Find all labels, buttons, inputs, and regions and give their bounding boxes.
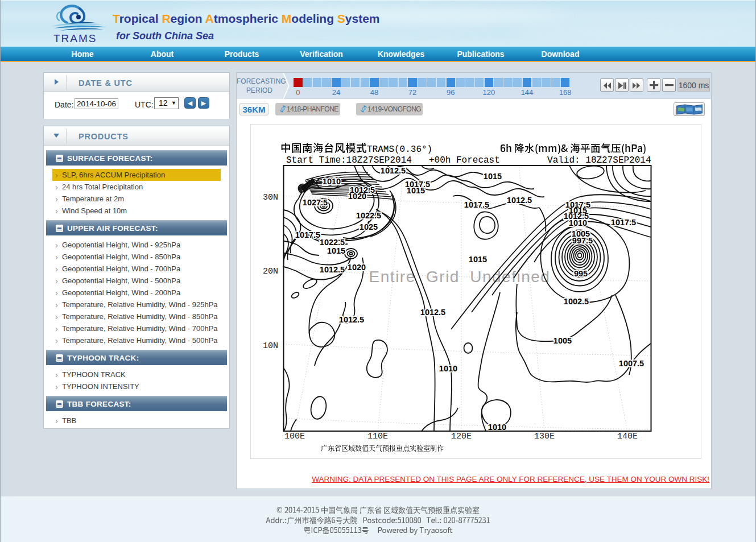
svg-text:110E: 110E — [367, 432, 388, 441]
svg-text:1015: 1015 — [469, 255, 487, 264]
svg-text:1015: 1015 — [484, 172, 502, 181]
svg-text:995: 995 — [574, 269, 588, 278]
svg-text:1012.5: 1012.5 — [507, 196, 532, 205]
svg-text:1027.5: 1027.5 — [303, 198, 328, 207]
svg-text:100E: 100E — [284, 432, 305, 441]
svg-text:120E: 120E — [451, 432, 472, 441]
svg-text:+00h Forecast: +00h Forecast — [429, 155, 500, 166]
svg-text:1025: 1025 — [360, 222, 378, 231]
svg-text:1017.5: 1017.5 — [611, 218, 636, 227]
svg-text:1007.5: 1007.5 — [619, 359, 644, 368]
svg-text:1020: 1020 — [348, 263, 366, 272]
svg-text:1010: 1010 — [323, 177, 341, 186]
svg-text:Entire Grid Undefined: Entire Grid Undefined — [369, 268, 551, 286]
svg-text:130E: 130E — [534, 432, 555, 441]
svg-text:1022.5: 1022.5 — [356, 211, 381, 220]
svg-text:1005: 1005 — [553, 336, 572, 345]
svg-text:30N: 30N — [263, 193, 278, 202]
svg-text:1010: 1010 — [439, 364, 457, 373]
svg-text:1015: 1015 — [407, 186, 425, 195]
svg-text:1010: 1010 — [569, 218, 587, 227]
svg-text:1012.5: 1012.5 — [320, 265, 345, 274]
svg-text:1017.5: 1017.5 — [295, 230, 320, 239]
svg-text:1012.5: 1012.5 — [339, 315, 364, 324]
svg-text:Valid: 18Z27SEP2014: Valid: 18Z27SEP2014 — [547, 155, 651, 166]
svg-text:997.5: 997.5 — [572, 236, 593, 245]
svg-text:140E: 140E — [617, 432, 638, 441]
svg-text:Start Time:18Z27SEP2014: Start Time:18Z27SEP2014 — [286, 155, 412, 166]
svg-text:10N: 10N — [263, 341, 278, 351]
svg-text:1012.5: 1012.5 — [381, 166, 406, 175]
svg-text:1017.5: 1017.5 — [464, 200, 489, 209]
svg-text:1002.5: 1002.5 — [564, 297, 589, 306]
svg-text:1010: 1010 — [488, 423, 506, 432]
svg-text:1022.5: 1022.5 — [320, 238, 345, 247]
svg-text:1012.5: 1012.5 — [420, 308, 445, 317]
svg-text:1020: 1020 — [348, 192, 366, 201]
svg-text:1015: 1015 — [327, 246, 345, 255]
svg-text:TRAMS(0.36°): TRAMS(0.36°) — [367, 144, 432, 155]
svg-text:20N: 20N — [263, 267, 278, 276]
